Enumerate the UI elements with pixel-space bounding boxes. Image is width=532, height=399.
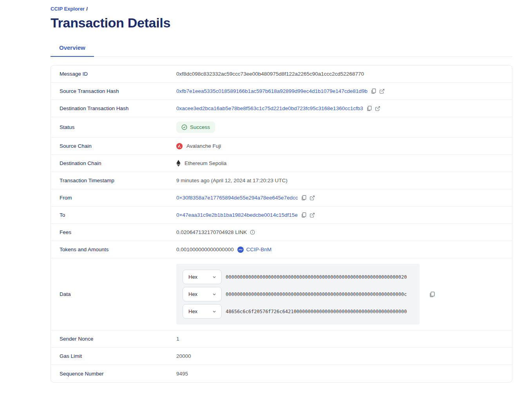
avalanche-fuji-icon (176, 143, 183, 149)
data-format-select[interactable]: Hex (183, 304, 222, 319)
fees-value: 0.020647132170704928 LINK (176, 229, 247, 235)
copy-icon (301, 212, 306, 218)
chevron-down-icon (212, 309, 217, 314)
data-format-select[interactable]: Hex (183, 287, 222, 301)
copy-button[interactable] (371, 88, 376, 94)
chevron-down-icon (212, 275, 217, 279)
external-link-button[interactable] (379, 89, 385, 94)
breadcrumb-ccip-explorer-link[interactable]: CCIP Explorer (51, 6, 85, 12)
tab-overview[interactable]: Overview (51, 44, 94, 57)
status-label: Status (51, 124, 176, 130)
ccip-bnm-token-link[interactable]: CCIP-BnM (246, 247, 271, 252)
dest-tx-hash-link[interactable]: 0xacee3ed2bca16ab5e78be8f563c1c75d221de0… (176, 105, 363, 111)
row-from: From 0×30f8358a7e17765894de55e294a78ee64… (51, 189, 512, 207)
row-message-id: Message ID 0xf8dc098c832332ac59ccc73ee00… (51, 65, 512, 83)
tab-bar: Overview (51, 44, 512, 57)
data-format-value: Hex (188, 308, 197, 314)
info-icon (250, 230, 255, 235)
copy-icon (429, 291, 435, 297)
sequence-number-label: Sequence Number (51, 371, 176, 377)
ethereum-sepolia-icon (176, 160, 181, 167)
timestamp-value: 9 minutes ago (April 12, 2024 at 17:20:2… (176, 178, 288, 183)
source-chain-label: Source Chain (51, 143, 176, 149)
data-copy-button[interactable] (429, 291, 435, 297)
external-link-button[interactable] (309, 212, 315, 218)
row-gas-limit: Gas Limit 20000 (51, 348, 512, 365)
message-id-label: Message ID (51, 71, 176, 77)
copy-button[interactable] (366, 105, 372, 111)
status-badge: Success (176, 122, 215, 133)
copy-icon (366, 105, 372, 111)
copy-icon (371, 88, 376, 94)
data-format-value: Hex (188, 274, 197, 280)
data-line: Hex 000000000000000000000000000000000000… (183, 270, 413, 284)
ccip-bnm-token-icon (237, 247, 244, 253)
gas-limit-label: Gas Limit (51, 353, 176, 359)
copy-button[interactable] (301, 195, 306, 201)
source-tx-hash-label: Source Transaction Hash (51, 88, 176, 94)
row-timestamp: Transaction Timestamp 9 minutes ago (Apr… (51, 172, 512, 189)
external-link-icon (379, 89, 385, 94)
transaction-details-page: CCIP Explorer/ Transaction Details Overv… (0, 0, 532, 399)
to-label: To (51, 212, 176, 218)
breadcrumb: CCIP Explorer/ (51, 6, 512, 12)
row-source-tx-hash: Source Transaction Hash 0xfb7e1eea5335c0… (51, 83, 512, 100)
external-link-icon (309, 212, 315, 218)
row-data: Data Hex 0000000000000000000000000000000… (51, 258, 512, 330)
data-hex-box: Hex 000000000000000000000000000000000000… (176, 264, 420, 325)
to-address-link[interactable]: 0×47eaa31c9e2b1b1ba19824bedcbe0014c15df1… (176, 212, 298, 218)
row-status: Status Success (51, 117, 512, 138)
source-tx-hash-link[interactable]: 0xfb7e1eea5335c018589166b1ac597b618a9289… (176, 88, 367, 94)
row-tokens-amounts: Tokens and Amounts 0.001000000000000000 … (51, 241, 512, 258)
message-id-value: 0xf8dc098c832332ac59ccc73ee00b480975d8f1… (176, 71, 364, 77)
sender-nonce-label: Sender Nonce (51, 336, 176, 342)
data-hex-line-1: 0000000000000000000000000000000000000000… (226, 274, 407, 280)
row-fees: Fees 0.020647132170704928 LINK (51, 224, 512, 241)
breadcrumb-separator: / (86, 6, 88, 12)
chevron-down-icon (212, 292, 217, 297)
row-sender-nonce: Sender Nonce 1 (51, 330, 512, 348)
copy-button[interactable] (301, 212, 306, 218)
data-hex-line-3: 48656c6c6f20576f726c64210000000000000000… (226, 309, 407, 314)
tokens-amounts-label: Tokens and Amounts (51, 247, 176, 252)
row-sequence-number: Sequence Number 9495 (51, 365, 512, 382)
from-label: From (51, 195, 176, 201)
token-amount-value: 0.001000000000000000 (176, 247, 233, 252)
transaction-details-card: Message ID 0xf8dc098c832332ac59ccc73ee00… (51, 65, 512, 383)
fees-label: Fees (51, 229, 176, 235)
data-line: Hex 000000000000000000000000000000000000… (183, 287, 413, 301)
external-link-icon (309, 195, 315, 201)
data-label: Data (51, 291, 176, 297)
row-source-chain: Source Chain Avalanche Fuji (51, 138, 512, 155)
sender-nonce-value: 1 (176, 336, 179, 342)
dest-chain-label: Destination Chain (51, 160, 176, 166)
status-badge-text: Success (190, 124, 210, 130)
gas-limit-value: 20000 (176, 353, 191, 359)
sequence-number-value: 9495 (176, 371, 188, 377)
row-dest-tx-hash: Destination Transaction Hash 0xacee3ed2b… (51, 100, 512, 117)
copy-icon (301, 195, 306, 201)
dest-tx-hash-label: Destination Transaction Hash (51, 105, 176, 111)
data-line: Hex 48656c6c6f20576f726c6421000000000000… (183, 304, 413, 319)
data-format-select[interactable]: Hex (183, 270, 222, 284)
external-link-button[interactable] (375, 106, 380, 111)
data-hex-line-2: 0000000000000000000000000000000000000000… (226, 292, 407, 297)
external-link-button[interactable] (309, 195, 315, 201)
timestamp-label: Transaction Timestamp (51, 178, 176, 183)
from-address-link[interactable]: 0×30f8358a7e17765894de55e294a78ee645e7ed… (176, 195, 298, 201)
fees-info-button[interactable] (250, 230, 255, 235)
data-format-value: Hex (188, 291, 197, 297)
row-dest-chain: Destination Chain Ethereum Sepolia (51, 155, 512, 172)
dest-chain-name: Ethereum Sepolia (185, 160, 226, 166)
check-circle-icon (181, 124, 187, 130)
row-to: To 0×47eaa31c9e2b1b1ba19824bedcbe0014c15… (51, 207, 512, 224)
source-chain-name: Avalanche Fuji (186, 143, 221, 149)
page-title: Transaction Details (51, 15, 512, 31)
external-link-icon (375, 106, 380, 111)
